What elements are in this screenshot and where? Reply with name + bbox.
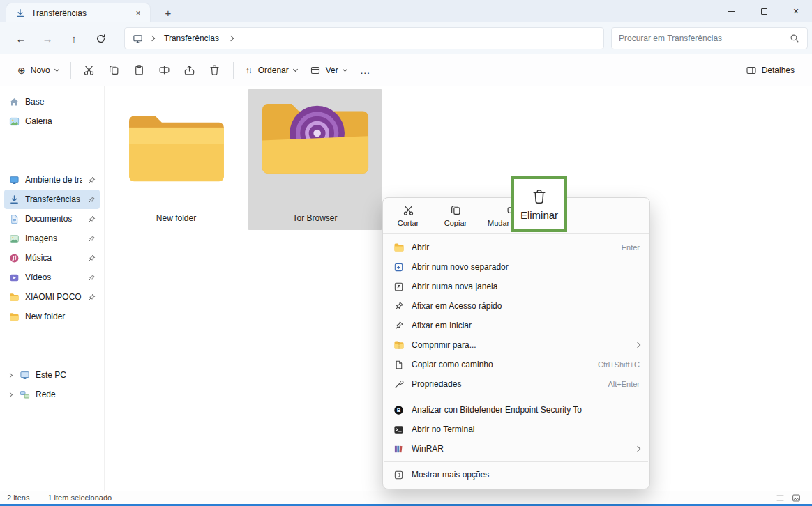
sidebar-item-label: Vídeos xyxy=(25,273,82,282)
new-button[interactable]: ⊕ Novo xyxy=(11,59,65,82)
download-icon xyxy=(15,8,26,19)
details-button-label: Detalhes xyxy=(762,66,795,75)
pin-icon xyxy=(87,293,96,301)
share-button[interactable] xyxy=(177,59,202,82)
home-icon xyxy=(8,96,20,107)
menu-item-afixar-acesso-rapido[interactable]: Afixar em Acesso rápido xyxy=(383,296,649,316)
details-view-toggle-icon[interactable] xyxy=(776,493,785,503)
search-icon xyxy=(789,33,800,44)
details-pane-button[interactable]: Detalhes xyxy=(739,59,801,82)
refresh-button[interactable] xyxy=(89,27,112,49)
svg-text:B: B xyxy=(397,407,401,413)
maximize-button[interactable] xyxy=(748,0,780,22)
sidebar-item-musica[interactable]: Música xyxy=(4,248,100,268)
rename-icon xyxy=(158,64,170,76)
new-window-icon xyxy=(393,281,405,293)
breadcrumb-item[interactable]: Transferências xyxy=(161,32,222,45)
sidebar-item-videos[interactable]: Vídeos xyxy=(4,268,100,287)
menu-item-label: Afixar em Acesso rápido xyxy=(412,301,502,311)
menu-item-afixar-iniciar[interactable]: Afixar em Iniciar xyxy=(383,316,649,335)
search-box[interactable] xyxy=(611,27,808,49)
copy-quick-action[interactable]: Copiar xyxy=(440,204,471,227)
view-button[interactable]: Ver xyxy=(303,59,353,82)
selection-count: 1 item selecionado xyxy=(47,493,112,502)
menu-item-abrir-terminal[interactable]: Abrir no Terminal xyxy=(383,420,649,439)
submenu-chevron-icon xyxy=(635,446,640,452)
annotation-highlight-eliminar[interactable]: Eliminar xyxy=(511,176,567,232)
desktop-icon xyxy=(8,174,20,185)
network-icon xyxy=(19,389,30,400)
folder-icon xyxy=(393,242,405,254)
sort-button[interactable]: ↑↓ Ordenar xyxy=(239,59,303,82)
sidebar-item-label: Documentos xyxy=(25,214,82,224)
menu-item-abrir-novo-separador[interactable]: Abrir num novo separador xyxy=(383,257,649,277)
menu-item-shortcut: Enter xyxy=(622,243,640,252)
cut-icon xyxy=(403,204,414,216)
minimize-icon xyxy=(728,11,735,12)
navigation-bar: ← → ↑ Transferências xyxy=(0,22,812,54)
forward-button[interactable]: → xyxy=(36,27,59,49)
address-bar[interactable]: Transferências xyxy=(124,27,604,49)
properties-wrench-icon xyxy=(393,378,405,390)
cut-button[interactable] xyxy=(77,59,102,82)
tab-close-button[interactable]: × xyxy=(132,7,144,20)
expand-chevron-icon[interactable] xyxy=(8,372,13,377)
tor-browser-folder-icon xyxy=(257,95,374,192)
menu-item-propriedades[interactable]: Propriedades Alt+Enter xyxy=(383,374,649,394)
menu-item-winrar[interactable]: WinRAR xyxy=(383,439,649,459)
delete-button[interactable] xyxy=(202,59,227,82)
sidebar-item-new-folder[interactable]: New folder xyxy=(4,307,100,326)
menu-item-abrir[interactable]: Abrir Enter xyxy=(383,238,649,257)
sidebar-item-label: Imagens xyxy=(25,233,82,243)
copy-button[interactable] xyxy=(102,59,127,82)
thumbnail-view-toggle-icon[interactable] xyxy=(792,493,801,503)
up-button[interactable]: ↑ xyxy=(63,27,85,49)
sidebar-item-transferencias[interactable]: Transferências xyxy=(4,190,100,209)
window-controls: × xyxy=(716,0,812,22)
sidebar-item-galeria[interactable]: Galeria xyxy=(4,112,100,131)
search-input[interactable] xyxy=(619,33,789,43)
folder-tile-new-folder[interactable]: New folder xyxy=(119,89,234,230)
sidebar-item-imagens[interactable]: Imagens xyxy=(4,229,100,248)
menu-item-abrir-nova-janela[interactable]: Abrir numa nova janela xyxy=(383,277,649,296)
file-list-area[interactable]: New folder Tor Browser Cortar xyxy=(105,86,812,491)
explorer-tab[interactable]: Transferências × xyxy=(6,3,151,22)
sidebar-item-este-pc[interactable]: Este PC xyxy=(4,365,100,385)
paste-icon xyxy=(133,64,145,76)
more-options-button[interactable]: … xyxy=(353,59,378,82)
pictures-icon xyxy=(8,233,20,244)
cut-quick-action[interactable]: Cortar xyxy=(393,204,423,227)
back-button[interactable]: ← xyxy=(10,27,32,49)
menu-item-copiar-como-caminho[interactable]: Copiar como caminho Ctrl+Shift+C xyxy=(383,355,649,374)
documents-icon xyxy=(8,213,20,224)
winrar-icon xyxy=(393,443,405,455)
menu-item-mostrar-mais-opcoes[interactable]: Mostrar mais opções xyxy=(383,465,649,484)
sidebar-item-label: Base xyxy=(25,97,96,107)
menu-item-label: Comprimir para... xyxy=(412,340,476,350)
pin-icon xyxy=(87,273,96,282)
menu-item-bitdefender-scan[interactable]: B Analizar con Bitdefender Endpoint Secu… xyxy=(383,400,649,420)
menu-item-label: Afixar em Iniciar xyxy=(412,321,472,330)
sidebar-item-rede[interactable]: Rede xyxy=(4,385,100,404)
sidebar-item-label: Música xyxy=(25,253,82,263)
folder-tile-tor-browser[interactable]: Tor Browser xyxy=(248,89,382,230)
menu-item-label: Abrir num novo separador xyxy=(412,262,509,272)
sidebar-item-label: Ambiente de tra xyxy=(25,175,82,185)
new-tab-button[interactable]: + xyxy=(159,4,177,21)
paste-button[interactable] xyxy=(127,59,152,82)
sidebar-item-label: Transferências xyxy=(25,194,82,204)
close-button[interactable]: × xyxy=(780,0,812,22)
menu-item-shortcut: Alt+Enter xyxy=(608,380,640,388)
sidebar-item-base[interactable]: Base xyxy=(4,92,100,112)
sidebar-item-xiaomi[interactable]: XIAOMI POCO F xyxy=(4,287,100,307)
sidebar-item-documentos[interactable]: Documentos xyxy=(4,209,100,229)
menu-item-comprimir-para[interactable]: Comprimir para... xyxy=(383,335,649,355)
sidebar-item-desktop[interactable]: Ambiente de tra xyxy=(4,170,100,190)
breadcrumb-chevron-icon xyxy=(228,36,234,41)
expand-chevron-icon[interactable] xyxy=(8,392,13,397)
menu-item-label: Copiar como caminho xyxy=(412,360,493,369)
plus-circle-icon: ⊕ xyxy=(17,65,26,76)
zip-folder-icon xyxy=(393,339,405,351)
rename-button[interactable] xyxy=(152,59,177,82)
minimize-button[interactable] xyxy=(716,0,748,22)
